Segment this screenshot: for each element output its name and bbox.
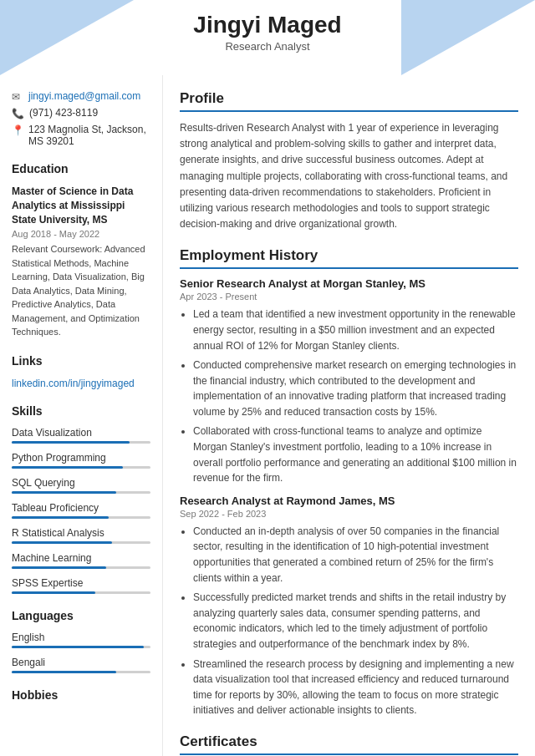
lang-bar-fill xyxy=(12,671,116,673)
languages-heading: Languages xyxy=(12,609,150,625)
skill-name: Python Programming xyxy=(12,452,150,464)
main-layout: ✉ jingyi.maged@gmail.com 📞 (971) 423-811… xyxy=(0,75,535,756)
contact-phone: 📞 (971) 423-8119 xyxy=(12,107,150,119)
skill-bar-bg xyxy=(12,566,150,569)
profile-text: Results-driven Research Analyst with 1 y… xyxy=(180,120,518,232)
skill-name: SPSS Expertise xyxy=(12,577,150,589)
skill-bar-fill xyxy=(12,591,95,594)
skill-r: R Statistical Analysis xyxy=(12,527,150,544)
email-link[interactable]: jingyi.maged@gmail.com xyxy=(28,90,140,102)
skill-name: Machine Learning xyxy=(12,552,150,564)
language-bengali: Bengali xyxy=(12,657,150,673)
skill-bar-fill xyxy=(12,491,116,494)
contact-email: ✉ jingyi.maged@gmail.com xyxy=(12,90,150,103)
location-icon: 📍 xyxy=(12,124,23,136)
skills-section: Skills Data Visualization Python Program… xyxy=(12,404,150,594)
skill-bar-fill xyxy=(12,541,112,544)
skill-name: Data Visualization xyxy=(12,427,150,439)
contact-address: 📍 123 Magnolia St, Jackson, MS 39201 xyxy=(12,124,150,147)
candidate-title: Research Analyst xyxy=(0,40,535,53)
lang-bar-fill xyxy=(12,646,144,648)
skill-bar-bg xyxy=(12,491,150,494)
job-bullets-1: Conducted an in-depth analysis of over 5… xyxy=(180,524,518,718)
job-dates-1: Sep 2022 - Feb 2023 xyxy=(180,509,518,519)
contact-section: ✉ jingyi.maged@gmail.com 📞 (971) 423-811… xyxy=(12,90,150,147)
phone-number: (971) 423-8119 xyxy=(29,107,98,119)
bullet-item: Collaborated with cross-functional teams… xyxy=(193,424,518,485)
skill-tableau: Tableau Proficiency xyxy=(12,502,150,519)
skill-name: SQL Querying xyxy=(12,477,150,489)
employment-heading: Employment History xyxy=(180,247,518,269)
job-title-0: Senior Research Analyst at Morgan Stanle… xyxy=(180,277,518,290)
main-content: Profile Results-driven Research Analyst … xyxy=(163,75,535,756)
job-1: Research Analyst at Raymond James, MS Se… xyxy=(180,495,518,718)
skill-bar-bg xyxy=(12,516,150,519)
edu-degree: Master of Science in Data Analytics at M… xyxy=(12,185,150,226)
bullet-item: Led a team that identified a new investm… xyxy=(193,307,518,353)
language-name: Bengali xyxy=(12,657,150,668)
skill-bar-bg xyxy=(12,466,150,469)
edu-dates: Aug 2018 - May 2022 xyxy=(12,229,150,239)
certificates-section: Certificates Chartered Financial Analyst… xyxy=(180,733,518,756)
education-heading: Education xyxy=(12,162,150,178)
address-text: 123 Magnolia St, Jackson, MS 39201 xyxy=(28,124,150,147)
job-0: Senior Research Analyst at Morgan Stanle… xyxy=(180,277,518,486)
skill-bar-bg xyxy=(12,591,150,594)
bullet-item: Successfully predicted market trends and… xyxy=(193,590,518,652)
skill-bar-fill xyxy=(12,566,106,569)
job-bullets-0: Led a team that identified a new investm… xyxy=(180,307,518,486)
language-english: English xyxy=(12,632,150,648)
header-content: Jingyi Maged Research Analyst xyxy=(0,0,535,53)
skill-sql: SQL Querying xyxy=(12,477,150,494)
edu-coursework: Relevant Coursework: Advanced Statistica… xyxy=(12,242,150,339)
lang-bar-bg xyxy=(12,671,150,673)
skill-python: Python Programming xyxy=(12,452,150,469)
phone-icon: 📞 xyxy=(12,108,24,119)
sidebar: ✉ jingyi.maged@gmail.com 📞 (971) 423-811… xyxy=(0,75,163,756)
candidate-name: Jingyi Maged xyxy=(0,12,535,38)
skill-spss: SPSS Expertise xyxy=(12,577,150,594)
profile-heading: Profile xyxy=(180,90,518,112)
profile-section: Profile Results-driven Research Analyst … xyxy=(180,90,518,232)
education-section: Education Master of Science in Data Anal… xyxy=(12,162,150,339)
bullet-item: Conducted comprehensive market research … xyxy=(193,358,518,419)
job-title-1: Research Analyst at Raymond James, MS xyxy=(180,495,518,507)
skill-bar-fill xyxy=(12,516,109,519)
skill-ml: Machine Learning xyxy=(12,552,150,569)
links-heading: Links xyxy=(12,354,150,370)
skill-bar-bg xyxy=(12,541,150,544)
skill-bar-fill xyxy=(12,466,123,469)
skill-bar-bg xyxy=(12,441,150,444)
skill-name: Tableau Proficiency xyxy=(12,502,150,514)
links-section: Links linkedin.com/in/jingyimaged xyxy=(12,354,150,389)
email-icon: ✉ xyxy=(12,91,23,103)
language-name: English xyxy=(12,632,150,643)
bullet-item: Conducted an in-depth analysis of over 5… xyxy=(193,524,518,586)
hobbies-heading: Hobbies xyxy=(12,688,150,702)
skill-data-visualization: Data Visualization xyxy=(12,427,150,444)
bullet-item: Streamlined the research process by desi… xyxy=(193,657,518,718)
hobbies-section: Hobbies xyxy=(12,688,150,702)
header: Jingyi Maged Research Analyst xyxy=(0,0,535,75)
linkedin-link[interactable]: linkedin.com/in/jingyimaged xyxy=(12,378,135,389)
skills-heading: Skills xyxy=(12,404,150,420)
skill-bar-fill xyxy=(12,441,130,444)
skill-name: R Statistical Analysis xyxy=(12,527,150,539)
languages-section: Languages English Bengali xyxy=(12,609,150,673)
linkedin-link-item: linkedin.com/in/jingyimaged xyxy=(12,377,150,389)
employment-section: Employment History Senior Research Analy… xyxy=(180,247,518,718)
certificates-heading: Certificates xyxy=(180,733,518,755)
job-dates-0: Apr 2023 - Present xyxy=(180,292,518,302)
lang-bar-bg xyxy=(12,646,150,648)
